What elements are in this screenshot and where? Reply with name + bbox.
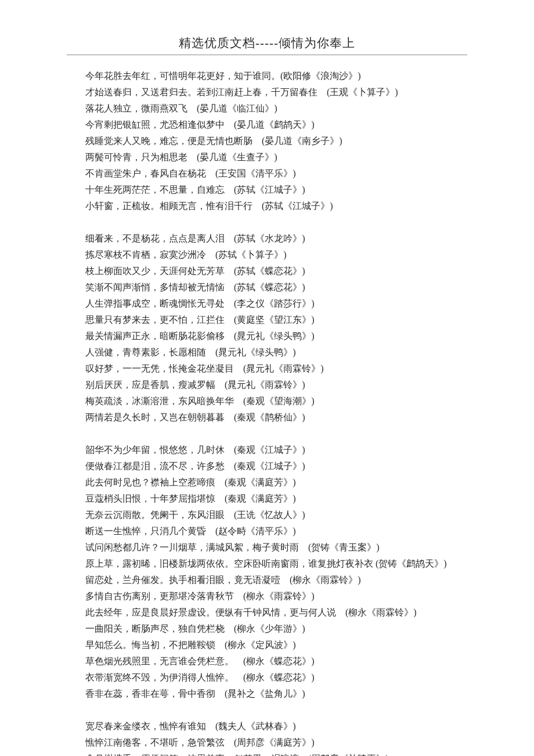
verse-line: 小轩窗，正梳妆。相顾无言，惟有泪千行 (苏轼《江城子》) [67,198,467,214]
verse-line: 今年花胜去年红，可惜明年花更好，知于谁同。(欧阳修《浪淘沙》) [67,68,467,84]
verse-line: 人强健，青尊素影，长愿相随 (晁元礼《绿头鸭》) [67,344,467,361]
verse-line: 此去经年，应是良晨好景虚设。便纵有千钟风情，更与何人说 (柳永《雨霖铃》) [67,604,467,621]
verse-line: 断送一生憔悴，只消几个黄昏 (赵令畤《清平乐》) [67,523,467,539]
verse-line: 香非在蕊，香非在萼，骨中香彻 (晁补之《盐角儿》) [67,686,467,702]
verse-line: 一曲阳关，断肠声尽，独自凭栏桡 (柳永《少年游》) [67,621,467,637]
document-content: 今年花胜去年红，可惜明年花更好，知于谁同。(欧阳修《浪淘沙》) 才始送春归，又送… [67,68,467,756]
page-title: 精选优质文档-----倾情为你奉上 [67,35,467,51]
verse-line: 最关情漏声正永，暗断肠花影偷移 (晁元礼《绿头鸭》) [67,328,467,344]
verse-line: 憔悴江南倦客，不堪听，急管繁弦 (周邦彦《满庭芳》) [67,735,467,751]
verse-line: 无奈云沉雨散。凭阑干，东风泪眼 (王诜《忆故人》) [67,507,467,523]
verse-line: 豆蔻梢头旧恨，十年梦屈指堪惊 (秦观《满庭芳》) [67,491,467,507]
verse-line: 两情若是久长时，又岂在朝朝暮暮 (秦观《鹊桥仙》) [67,409,467,426]
verse-line: 笑渐不闻声渐悄，多情却被无情恼 (苏轼《蝶恋花》) [67,279,467,296]
verse-line: 思量只有梦来去，更不怕，江拦住 (黄庭坚《望江东》) [67,312,467,328]
verse-line: 原上草，露初晞，旧楼新垅两依依。空床卧听南窗雨，谁复挑灯夜补衣 (贺铸《鹧鸪天》… [67,556,467,572]
verse-line: 试问闲愁都几许？一川烟草，满城风絮，梅子黄时雨 (贺铸《青玉案》) [67,539,467,556]
verse-line: 两鬓可怜青，只为相思老 (晏几道《生查子》) [67,149,467,165]
verse-line: 韶华不为少年留，恨悠悠，几时休 (秦观《江城子》) [67,442,467,458]
title-rule [67,55,467,55]
verse-line: 别后厌厌，应是香肌，瘦减罗幅 (晁元礼《雨霖铃》) [67,377,467,393]
verse-line: 此去何时见也？襟袖上空惹啼痕 (秦观《满庭芳》) [67,474,467,491]
verse-line: 十年生死两茫茫，不思量，自难忘 (苏轼《江城子》) [67,182,467,198]
verse-line: 细看来，不是杨花，点点是离人泪 (苏轼《水龙吟》) [67,231,467,247]
verse-line: 落花人独立，微雨燕双飞 (晏几道《临江仙》) [67,100,467,117]
verse-line: 早知恁么。悔当初，不把雕鞍锁 (柳永《定风波》) [67,637,467,653]
verse-line: 便做春江都是泪，流不尽，许多愁 (秦观《江城子》) [67,458,467,474]
verse-line: 衣带渐宽终不毁，为伊消得人憔悴。 (柳永《蝶恋花》) [67,669,467,686]
verse-line: 念月榭携手，露桥闻笛，沈思前事，似梦里，泪暗滴 (周邦彦《兰陵王》) [67,751,467,756]
verse-line: 叹好梦，一一无凭，怅掩金花坐凝目 (晁元礼《雨霖铃》) [67,361,467,377]
verse-line: 梅英疏淡，冰澌溶泄，东风暗换年华 (秦观《望海潮》) [67,393,467,409]
document-page: 精选优质文档-----倾情为你奉上 今年花胜去年红，可惜明年花更好，知于谁同。(… [0,0,534,756]
verse-line: 拣尽寒枝不肯栖，寂寞沙洲冷 (苏轼《卜算子》) [67,247,467,263]
verse-line: 多情自古伤离别，更那堪冷落青秋节 (柳永《雨霖铃》) [67,588,467,604]
paragraph-gap [67,214,467,231]
verse-line: 残睡觉来人又晚，难忘，便是无情也断肠 (晏几道《南乡子》) [67,133,467,149]
verse-line: 不肯画堂朱户，春风自在杨花 (王安国《清平乐》) [67,165,467,182]
paragraph-gap [67,426,467,442]
paragraph-gap [67,702,467,718]
verse-line: 枝上柳面吹又少，天涯何处无芳草 (苏轼《蝶恋花》) [67,263,467,279]
verse-line: 才始送春归，又送君归去。若到江南赶上春，千万留春住 (王观《卜算子》) [67,84,467,100]
verse-line: 留恋处，兰舟催发。执手相看泪眼，竟无语凝噎 (柳永《雨霖铃》) [67,572,467,588]
verse-line: 宽尽春来金缕衣，憔悴有谁知 (魏夫人《武林春》) [67,718,467,735]
verse-line: 人生弹指事成空，断魂惆怅无寻处 (李之仪《踏莎行》) [67,296,467,312]
verse-line: 草色烟光残照里，无言谁会凭栏意。 (柳永《蝶恋花》) [67,653,467,669]
verse-line: 今宵剩把银缸照，尤恐相逢似梦中 (晏几道《鹧鸪天》) [67,117,467,133]
